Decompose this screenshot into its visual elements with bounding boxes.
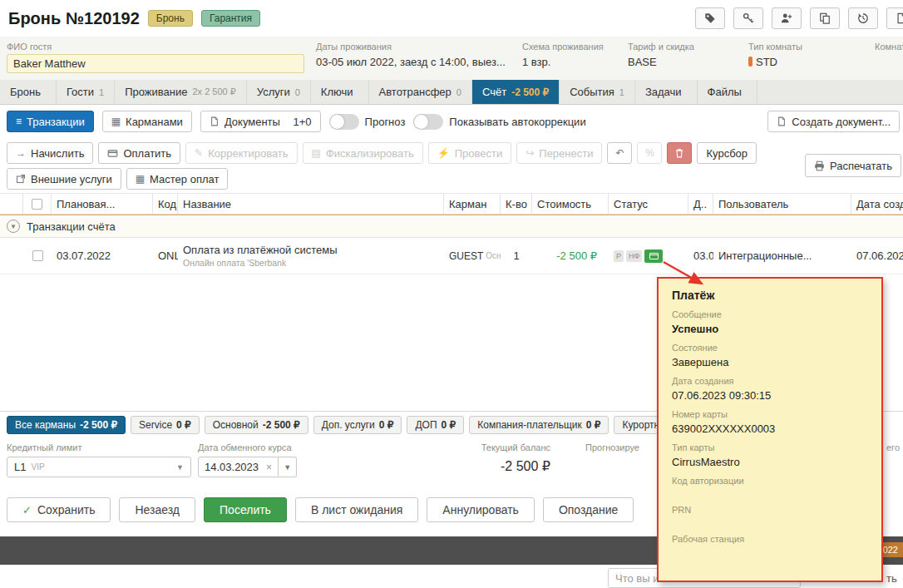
col-name[interactable]: Название bbox=[178, 194, 444, 214]
document-icon bbox=[210, 116, 220, 126]
undo-button[interactable]: ↶ bbox=[607, 142, 632, 164]
undo-icon: ↶ bbox=[615, 147, 624, 159]
fiscalize-button[interactable]: ▤Фискализировать bbox=[303, 142, 423, 164]
waiting-list-button[interactable]: В лист ожидания bbox=[295, 497, 418, 522]
guest-name-input[interactable] bbox=[7, 54, 304, 73]
status-badge-nf: НФ bbox=[626, 250, 642, 262]
collapse-group-icon[interactable]: ▾ bbox=[7, 220, 20, 233]
pockets-view-button[interactable]: ▦Карманами bbox=[102, 111, 192, 132]
col-user[interactable]: Пользователь bbox=[713, 194, 851, 214]
annul-button[interactable]: Аннулировать bbox=[427, 497, 535, 522]
header-actions bbox=[695, 7, 903, 29]
scheme-value: 1 взр. bbox=[522, 56, 604, 68]
correct-button[interactable]: ✎Корректировать bbox=[185, 142, 298, 164]
pocket-main[interactable]: Основной-2 500 ₽ bbox=[205, 416, 308, 434]
arrow-right-icon: → bbox=[16, 147, 26, 159]
clear-date-icon[interactable]: × bbox=[266, 462, 272, 473]
key-button[interactable] bbox=[733, 7, 763, 29]
exchange-date-control: 14.03.2023 × ▼ bbox=[198, 457, 297, 477]
calendar-dropdown-button[interactable]: ▼ bbox=[279, 457, 297, 477]
tab-tasks[interactable]: Задачи bbox=[635, 80, 698, 104]
tab-keys[interactable]: Ключи bbox=[311, 80, 369, 104]
check-in-button[interactable]: Поселить bbox=[204, 497, 287, 522]
rooms-label: Комнат bbox=[875, 42, 903, 52]
pocket-all[interactable]: Все карманы-2 500 ₽ bbox=[7, 416, 126, 434]
col-pocket[interactable]: Карман bbox=[444, 194, 501, 214]
chevron-down-icon: ▼ bbox=[284, 463, 291, 472]
tab-events[interactable]: События1 bbox=[560, 80, 635, 104]
row-expand-cell bbox=[0, 238, 23, 274]
credit-limit-value: L1 bbox=[14, 461, 26, 473]
clipped-text-fragment: ть bbox=[886, 572, 897, 585]
external-services-button[interactable]: Внешние услуги bbox=[7, 168, 121, 190]
clipped-edge-button[interactable] bbox=[886, 7, 903, 29]
current-balance-label: Текущий баланс bbox=[416, 442, 550, 452]
forecast-toggle[interactable] bbox=[329, 114, 359, 130]
documents-view-button[interactable]: Документы 1+0 bbox=[200, 111, 321, 132]
col-d[interactable]: Д.. bbox=[688, 194, 713, 214]
stay-dates-label: Даты проживания bbox=[316, 42, 506, 52]
accrue-button[interactable]: →Начислить bbox=[7, 142, 93, 164]
grid-icon: ▦ bbox=[136, 173, 145, 185]
pocket-service[interactable]: Service0 ₽ bbox=[131, 416, 200, 434]
tab-accommodation[interactable]: Проживание2х 2 500 ₽ bbox=[115, 80, 247, 104]
payment-master-button[interactable]: ▦Мастер оплат bbox=[126, 168, 229, 190]
page-title: Бронь №120192 bbox=[8, 9, 140, 28]
transactions-view-button[interactable]: ≡Транзакции bbox=[7, 111, 94, 132]
autocorrections-toggle[interactable] bbox=[413, 114, 443, 130]
transactions-table-header: Плановая... Код Название Карман К-во Сто… bbox=[0, 193, 903, 215]
col-created[interactable]: Дата созд... bbox=[851, 194, 903, 214]
scheme-label: Схема проживания bbox=[522, 42, 604, 52]
row-checkbox[interactable] bbox=[32, 250, 43, 261]
transfer-button[interactable]: ↪Перенести bbox=[516, 142, 602, 164]
tab-files[interactable]: Файлы bbox=[698, 80, 757, 104]
print-button[interactable]: Распечатать bbox=[805, 154, 901, 177]
tab-transfer[interactable]: Автотрансфер0 bbox=[369, 80, 472, 104]
col-code[interactable]: Код bbox=[153, 194, 178, 214]
tariff-field: Тариф и скидка BASE bbox=[628, 42, 694, 68]
tab-services[interactable]: Услуги0 bbox=[247, 80, 311, 104]
stay-dates-value: 03-05 июл 2022, заезд с 14:00, выез... bbox=[316, 56, 506, 68]
pocket-extra-services[interactable]: Доп. услуги0 ₽ bbox=[313, 416, 402, 434]
tag-button[interactable] bbox=[695, 7, 725, 29]
col-qty[interactable]: К-во bbox=[501, 194, 532, 214]
credit-limit-select[interactable]: L1 VIP ▼ bbox=[7, 457, 191, 477]
post-button[interactable]: ⚡Провести bbox=[428, 142, 512, 164]
select-all-checkbox[interactable] bbox=[32, 199, 42, 210]
kursbor-button[interactable]: Курсбор bbox=[697, 142, 757, 164]
current-balance-value: -2 500 ₽ bbox=[416, 458, 550, 474]
create-document-button[interactable]: Создать документ... bbox=[767, 111, 900, 132]
tab-booking[interactable]: Бронь bbox=[0, 80, 57, 104]
discount-button[interactable]: % bbox=[637, 142, 662, 164]
col-planned[interactable]: Плановая... bbox=[52, 194, 153, 214]
row-pocket-sub: Осн bbox=[486, 251, 501, 260]
tooltip-label: PRN bbox=[672, 505, 868, 515]
forecast-toggle-label: Прогноз bbox=[365, 116, 406, 128]
tab-guests[interactable]: Гости1 bbox=[57, 80, 115, 104]
no-show-button[interactable]: Незаезд bbox=[119, 497, 195, 522]
add-guest-button[interactable] bbox=[772, 7, 802, 29]
pay-button[interactable]: Оплатить bbox=[98, 142, 180, 164]
tooltip-label: Сообщение bbox=[672, 309, 868, 319]
list-icon: ≡ bbox=[16, 116, 22, 127]
history-button[interactable] bbox=[848, 7, 878, 29]
pocket-payer-company[interactable]: Компания-плательщик0 ₽ bbox=[469, 416, 609, 434]
col-status[interactable]: Статус bbox=[609, 194, 688, 214]
tab-invoice[interactable]: Счёт-2 500 ₽ bbox=[472, 80, 560, 104]
group-row[interactable]: ▾ Транзакции счёта bbox=[0, 215, 903, 238]
save-button[interactable]: ✓Сохранить bbox=[7, 497, 111, 522]
late-button[interactable]: Опоздание bbox=[543, 497, 634, 522]
percent-icon: % bbox=[645, 147, 654, 159]
table-row[interactable]: 03.07.2022 ONLI Оплата из платёжной сист… bbox=[0, 238, 903, 274]
pocket-dop[interactable]: ДОП0 ₽ bbox=[407, 416, 464, 434]
tariff-value: BASE bbox=[628, 56, 694, 68]
booking-tabs: Бронь Гости1 Проживание2х 2 500 ₽ Услуги… bbox=[0, 80, 903, 105]
tooltip-value-message: Успешно bbox=[672, 323, 868, 335]
history-icon bbox=[857, 12, 869, 24]
delete-button[interactable] bbox=[667, 142, 692, 164]
exchange-date-input[interactable]: 14.03.2023 × bbox=[198, 457, 279, 477]
tooltip-label: Дата создания bbox=[672, 376, 868, 386]
col-amount[interactable]: Стоимость bbox=[532, 194, 609, 214]
autocorrections-toggle-label: Показывать автокоррекции bbox=[449, 116, 585, 128]
copy-button[interactable] bbox=[810, 7, 840, 29]
